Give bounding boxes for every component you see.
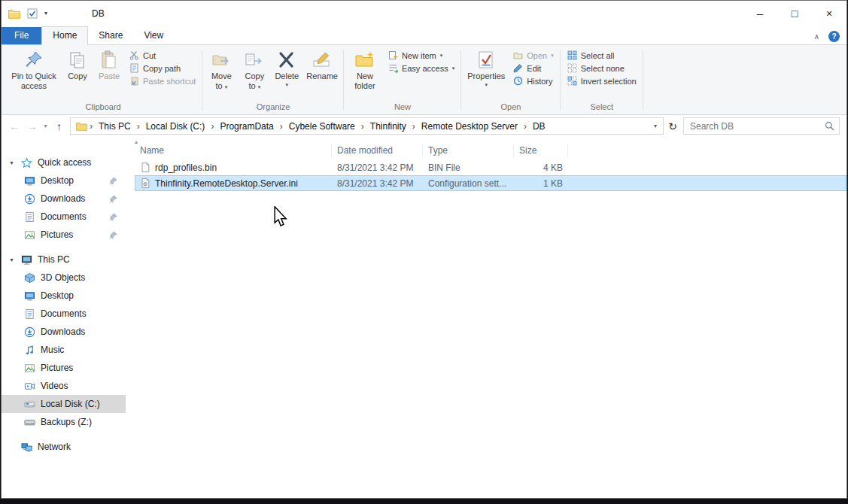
up-button[interactable]: ↑	[50, 121, 68, 132]
paste-button[interactable]: Paste	[93, 46, 125, 102]
history-button[interactable]: History	[511, 76, 555, 86]
maximize-button[interactable]: □	[777, 1, 812, 26]
sidebar-item-local-disk-c[interactable]: Local Disk (C:)	[2, 395, 126, 413]
qat-dropdown-icon[interactable]: ▾	[44, 10, 47, 17]
tree-expand-icon[interactable]: ▾	[8, 257, 16, 263]
new-item-dropdown-icon[interactable]: ▾	[440, 53, 443, 59]
sort-ascending-icon[interactable]: ▴	[135, 138, 138, 145]
group-label-clipboard: Clipboard	[6, 102, 200, 114]
sidebar-item-this-pc[interactable]: ▾ This PC	[2, 250, 126, 269]
breadcrumb[interactable]: › This PC › Local Disk (C:) › ProgramDat…	[70, 117, 664, 135]
new-folder-button[interactable]: New folder	[346, 46, 384, 102]
sidebar-item-quick-access[interactable]: ▾ Quick access	[2, 153, 126, 172]
sidebar-item-qa-downloads[interactable]: Downloads	[2, 190, 126, 208]
delete-icon	[278, 49, 296, 71]
button-label: Pin to Quick access	[10, 71, 58, 91]
sidebar-item-label: Music	[41, 345, 64, 355]
forward-button[interactable]: →	[23, 121, 41, 132]
sidebar-item-label: 3D Objects	[41, 272, 85, 283]
column-header-name[interactable]: Name	[135, 144, 332, 157]
breadcrumb-remote-desktop-server[interactable]: Remote Desktop Server	[416, 121, 523, 132]
column-header-size[interactable]: Size	[514, 144, 568, 157]
button-label: Edit	[527, 64, 541, 73]
button-label: Cut	[143, 51, 156, 60]
file-row-rdp-profiles[interactable]: rdp_profiles.bin 8/31/2021 3:42 PM BIN F…	[135, 159, 846, 175]
sidebar-item-downloads[interactable]: Downloads	[2, 323, 126, 341]
edit-button[interactable]: Edit	[511, 63, 555, 73]
back-button[interactable]: ←	[6, 121, 23, 132]
sidebar-item-label: Backups (Z:)	[41, 417, 92, 427]
column-header-date-modified[interactable]: Date modified	[332, 144, 423, 157]
minimize-button[interactable]: –	[743, 1, 777, 26]
open-button[interactable]: Open ▾	[511, 50, 555, 60]
breadcrumb-cybele-software[interactable]: Cybele Software	[284, 121, 360, 132]
new-folder-icon	[354, 49, 375, 71]
sidebar-item-label: Pictures	[41, 229, 73, 240]
breadcrumb-this-pc[interactable]: This PC	[93, 121, 136, 132]
properties-dropdown-icon[interactable]: ▾	[485, 82, 488, 87]
content-area: ▾ Quick access Desktop Downloa	[2, 137, 846, 498]
tree-expand-icon[interactable]: ▾	[8, 159, 16, 166]
properties-button[interactable]: Properties ▾	[464, 46, 509, 102]
column-header-type[interactable]: Type	[423, 144, 514, 157]
tab-share[interactable]: Share	[88, 27, 133, 44]
breadcrumb-local-disk-c[interactable]: Local Disk (C:)	[141, 121, 211, 132]
easy-access-icon	[388, 63, 398, 73]
move-to-button[interactable]: Move to ▾	[205, 46, 238, 102]
sidebar-item-label: Downloads	[41, 193, 85, 204]
properties-shortcut-icon[interactable]	[27, 8, 38, 19]
breadcrumb-db[interactable]: DB	[527, 121, 551, 132]
select-all-button[interactable]: Select all	[565, 50, 639, 60]
close-button[interactable]: ×	[812, 1, 846, 26]
easy-access-dropdown-icon[interactable]: ▾	[452, 65, 455, 71]
ribbon-tab-right: ∧ ?	[814, 31, 846, 44]
sidebar-item-3d-objects[interactable]: 3D Objects	[2, 269, 126, 287]
button-label: New item	[402, 51, 436, 60]
paste-icon	[100, 49, 118, 71]
search-input[interactable]	[688, 120, 825, 132]
new-item-button[interactable]: New item ▾	[386, 50, 457, 60]
easy-access-button[interactable]: Easy access ▾	[386, 63, 457, 73]
copy-to-button[interactable]: Copy to ▾	[238, 46, 271, 102]
address-dropdown-icon[interactable]: ▾	[654, 123, 660, 129]
cut-button[interactable]: Cut	[127, 50, 198, 60]
help-icon[interactable]: ?	[828, 31, 840, 42]
select-none-button[interactable]: Select none	[565, 63, 639, 73]
breadcrumb-thinfinity[interactable]: Thinfinity	[365, 121, 412, 132]
copy-path-icon	[129, 63, 139, 73]
copy-path-button[interactable]: Copy path	[127, 63, 198, 73]
open-dropdown-icon[interactable]: ▾	[551, 53, 554, 59]
tab-view[interactable]: View	[133, 27, 174, 44]
pin-to-quick-access-button[interactable]: Pin to Quick access	[6, 46, 62, 102]
sidebar-item-pictures[interactable]: Pictures	[2, 359, 126, 377]
sidebar-item-qa-documents[interactable]: Documents	[2, 208, 126, 226]
sidebar-item-backups-z[interactable]: Backups (Z:)	[2, 413, 126, 431]
sidebar-item-desktop[interactable]: Desktop	[2, 287, 126, 305]
column-headers: Name Date modified Type Size	[135, 141, 846, 159]
minimize-ribbon-icon[interactable]: ∧	[814, 32, 819, 41]
search-icon[interactable]	[825, 121, 834, 131]
file-date-modified: 8/31/2021 3:42 PM	[332, 178, 423, 189]
button-label: Invert selection	[581, 77, 637, 86]
file-row-thinfinity-ini[interactable]: Thinfinity.RemoteDesktop.Server.ini 8/31…	[135, 175, 846, 191]
delete-button[interactable]: Delete ▾	[271, 46, 302, 102]
sidebar-item-videos[interactable]: Videos	[2, 377, 126, 395]
recent-locations-icon[interactable]: ▾	[41, 123, 50, 129]
tab-file[interactable]: File	[2, 27, 41, 44]
sidebar-item-qa-pictures[interactable]: Pictures	[2, 226, 126, 244]
search-box[interactable]	[683, 117, 840, 135]
pin-icon	[109, 231, 117, 239]
breadcrumb-programdata[interactable]: ProgramData	[214, 121, 278, 132]
refresh-button[interactable]: ↻	[664, 120, 681, 132]
invert-selection-button[interactable]: Invert selection	[565, 76, 639, 86]
tab-home[interactable]: Home	[41, 26, 88, 45]
rename-button[interactable]: Rename	[302, 46, 342, 102]
delete-dropdown-icon[interactable]: ▾	[286, 82, 289, 87]
new-item-icon	[388, 50, 398, 60]
sidebar-item-documents[interactable]: Documents	[2, 305, 126, 323]
sidebar-item-qa-desktop[interactable]: Desktop	[2, 172, 126, 190]
sidebar-item-network[interactable]: Network	[2, 438, 126, 456]
copy-button[interactable]: Copy	[62, 46, 93, 102]
paste-shortcut-button[interactable]: Paste shortcut	[127, 76, 198, 86]
sidebar-item-music[interactable]: Music	[2, 341, 126, 359]
